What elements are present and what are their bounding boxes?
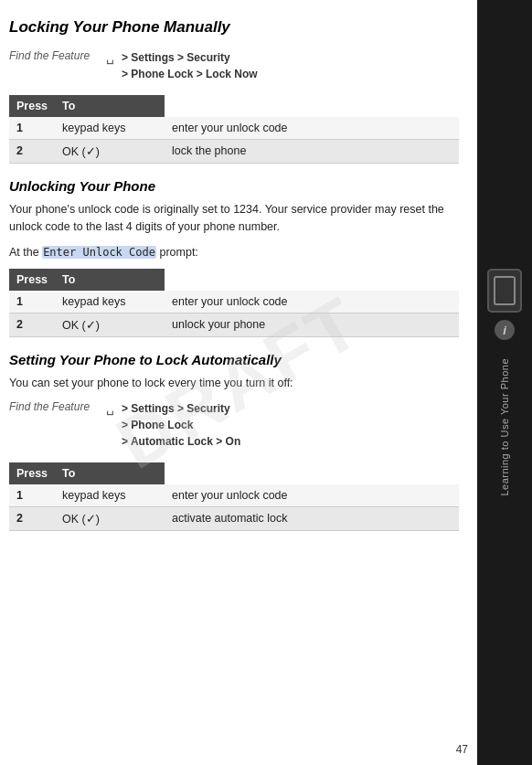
row-press: OK (✓) bbox=[55, 313, 165, 337]
section2-body2: At the Enter Unlock Code prompt: bbox=[9, 244, 459, 261]
main-content: Locking Your Phone Manually Find the Fea… bbox=[0, 0, 477, 564]
row-num: 1 bbox=[9, 117, 55, 140]
row-to: enter your unlock code bbox=[165, 117, 459, 140]
path1-line1: > Settings > Security bbox=[122, 51, 230, 64]
section3-title: Setting Your Phone to Lock Automatically bbox=[9, 352, 459, 367]
table1-col1-header: Press bbox=[9, 95, 55, 117]
row-press: keypad keys bbox=[55, 484, 165, 507]
row-num: 2 bbox=[9, 140, 55, 164]
table2-col2-header: To bbox=[55, 269, 165, 291]
sidebar-label: Learning to Use Your Phone bbox=[499, 358, 510, 496]
path3-line3: > Automatic Lock > On bbox=[122, 435, 240, 448]
find-feature-3: Find the Feature ␣ > Settings > Security… bbox=[9, 400, 459, 450]
row-press: keypad keys bbox=[55, 291, 165, 313]
section1-title: Locking Your Phone Manually bbox=[9, 18, 459, 37]
path3-line1: > Settings > Security bbox=[122, 402, 230, 415]
section2-body1: Your phone's unlock code is originally s… bbox=[9, 201, 459, 237]
find-feature-label-3: Find the Feature bbox=[9, 400, 101, 413]
row-num: 1 bbox=[9, 291, 55, 313]
row-to: activate automatic lock bbox=[165, 506, 459, 530]
row-press: OK (✓) bbox=[55, 506, 165, 530]
table-2: Press To 1 keypad keys enter your unlock… bbox=[9, 269, 459, 337]
table1-col2-header: To bbox=[55, 95, 165, 117]
table-row: 1 keypad keys enter your unlock code bbox=[9, 117, 459, 140]
find-feature-icon-3: ␣ bbox=[106, 400, 114, 415]
table2-col1-header: Press bbox=[9, 269, 55, 291]
row-num: 1 bbox=[9, 484, 55, 507]
table-row: 2 OK (✓) lock the phone bbox=[9, 140, 459, 164]
path3-line2: > Phone Lock bbox=[122, 419, 193, 431]
find-feature-1: Find the Feature ␣ > Settings > Security… bbox=[9, 49, 459, 82]
table3-col2-header: To bbox=[55, 462, 165, 484]
row-to: lock the phone bbox=[165, 140, 459, 164]
table-row: 1 keypad keys enter your unlock code bbox=[9, 291, 459, 313]
row-press: keypad keys bbox=[55, 117, 165, 140]
find-feature-icon-1: ␣ bbox=[106, 49, 114, 64]
row-press: OK (✓) bbox=[55, 140, 165, 164]
row-to: enter your unlock code bbox=[165, 291, 459, 313]
table-row: 2 OK (✓) unlock your phone bbox=[9, 313, 459, 337]
page-number: 47 bbox=[456, 743, 468, 756]
enter-unlock-code: Enter Unlock Code bbox=[42, 246, 156, 259]
table-row: 1 keypad keys enter your unlock code bbox=[9, 484, 459, 507]
find-feature-label-1: Find the Feature bbox=[9, 49, 101, 62]
info-badge: i bbox=[495, 320, 515, 340]
row-to: enter your unlock code bbox=[165, 484, 459, 507]
row-to: unlock your phone bbox=[165, 313, 459, 337]
phone-icon bbox=[487, 269, 522, 313]
find-feature-path-1: > Settings > Security > Phone Lock > Loc… bbox=[122, 49, 258, 82]
find-feature-path-3: > Settings > Security > Phone Lock > Aut… bbox=[122, 400, 240, 450]
path1-line2: > Phone Lock > Lock Now bbox=[122, 68, 258, 80]
table3-col1-header: Press bbox=[9, 462, 55, 484]
table-1: Press To 1 keypad keys enter your unlock… bbox=[9, 95, 459, 164]
sidebar: i Learning to Use Your Phone bbox=[477, 0, 532, 765]
row-num: 2 bbox=[9, 313, 55, 337]
sidebar-icon-area: i bbox=[487, 269, 522, 340]
table-3: Press To 1 keypad keys enter your unlock… bbox=[9, 462, 459, 531]
row-num: 2 bbox=[9, 506, 55, 530]
section3-body1: You can set your phone to lock every tim… bbox=[9, 375, 459, 392]
table-row: 2 OK (✓) activate automatic lock bbox=[9, 506, 459, 530]
section2-title: Unlocking Your Phone bbox=[9, 178, 459, 194]
